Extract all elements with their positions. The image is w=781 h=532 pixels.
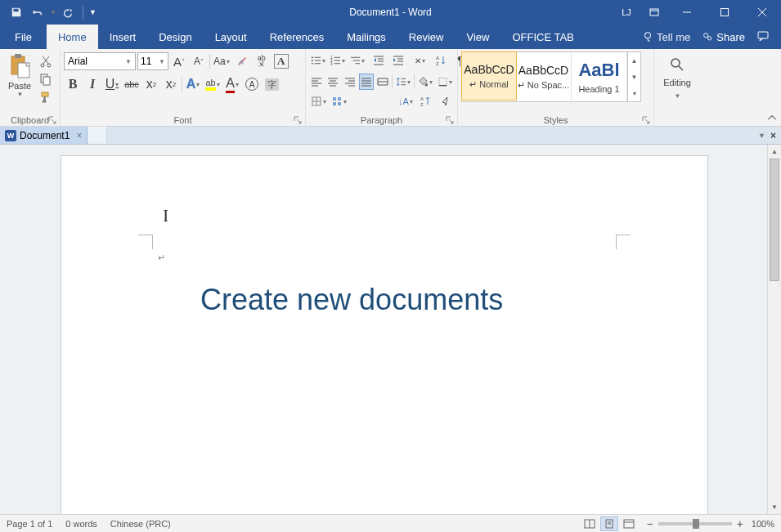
text-direction-button[interactable]: ↓A▾: [397, 92, 415, 110]
tab-references[interactable]: References: [258, 25, 335, 49]
tab-list-dropdown-icon[interactable]: ▼: [758, 132, 765, 140]
zoom-out-button[interactable]: −: [646, 517, 653, 530]
ribbon-display-options[interactable]: [640, 0, 668, 25]
close-all-tabs-icon[interactable]: ×: [770, 130, 776, 141]
scroll-thumb[interactable]: [770, 159, 779, 281]
paragraph-launcher-icon[interactable]: [446, 116, 454, 124]
scroll-down-icon[interactable]: ▼: [768, 500, 781, 514]
underline-button[interactable]: U▾: [103, 75, 121, 93]
document-viewport[interactable]: I ↵ Create new documents: [0, 145, 767, 514]
asian-layout-button[interactable]: ✕▾: [411, 51, 429, 69]
format-painter-button[interactable]: [38, 89, 54, 105]
tab-mailings[interactable]: Mailings: [335, 25, 397, 49]
sort-button[interactable]: AZ: [432, 51, 450, 69]
style-normal[interactable]: AaBbCcD ↵ Normal: [461, 51, 517, 101]
align-left-button[interactable]: [309, 74, 324, 90]
cut-button[interactable]: [38, 53, 54, 69]
share-button[interactable]: Share: [702, 31, 745, 43]
text-effects-button[interactable]: A▾: [184, 75, 202, 93]
justify-button[interactable]: [359, 74, 374, 90]
decrease-indent-button[interactable]: [370, 51, 388, 69]
increase-indent-button[interactable]: [389, 51, 407, 69]
tab-insert[interactable]: Insert: [98, 25, 148, 49]
style-expand-icon[interactable]: ▾: [628, 85, 640, 101]
sort-za-button[interactable]: AZ: [416, 92, 434, 110]
enclose-characters-button[interactable]: A: [243, 75, 261, 93]
bullets-button[interactable]: ▾: [309, 51, 327, 69]
shrink-font-button[interactable]: A˅: [190, 52, 208, 70]
user-initials[interactable]: LJ: [613, 0, 640, 25]
strikethrough-button[interactable]: abc: [123, 75, 141, 93]
read-mode-button[interactable]: [581, 516, 599, 531]
paragraph-settings-button[interactable]: ▾: [330, 92, 348, 110]
maximize-button[interactable]: [706, 0, 743, 25]
multilevel-list-button[interactable]: ▾: [348, 51, 366, 69]
change-case-button[interactable]: Aa▾: [212, 52, 231, 70]
styles-launcher-icon[interactable]: [642, 116, 650, 124]
collapse-ribbon-icon[interactable]: [766, 113, 778, 124]
subscript-button[interactable]: x2: [142, 75, 160, 93]
character-shading-button[interactable]: 字: [263, 75, 281, 93]
bold-button[interactable]: B: [64, 75, 82, 93]
line-spacing-button[interactable]: ▾: [394, 73, 412, 91]
vertical-scrollbar[interactable]: ▲ ▼: [767, 145, 781, 514]
distributed-button[interactable]: [375, 74, 390, 90]
zoom-level[interactable]: 100%: [752, 519, 774, 529]
close-tab-icon[interactable]: ×: [76, 130, 82, 141]
minimize-button[interactable]: [668, 0, 706, 25]
save-button[interactable]: [7, 2, 26, 22]
copy-button[interactable]: [38, 71, 54, 87]
align-center-button[interactable]: [325, 74, 340, 90]
font-name-combo[interactable]: Arial▼: [64, 52, 136, 70]
style-no-spacing[interactable]: AaBbCcD ↵ No Spac...: [516, 52, 572, 101]
character-border-button[interactable]: A: [272, 52, 290, 70]
zoom-slider-track[interactable]: [658, 522, 732, 525]
redo-button[interactable]: [58, 2, 78, 22]
numbering-button[interactable]: 123▾: [329, 51, 347, 69]
grow-font-button[interactable]: A˄: [170, 52, 188, 70]
web-layout-button[interactable]: [620, 516, 638, 531]
tab-layout[interactable]: Layout: [204, 25, 258, 49]
language-indicator[interactable]: Chinese (PRC): [110, 519, 171, 529]
font-size-combo[interactable]: 11▼: [137, 52, 168, 70]
qat-customize-icon[interactable]: ▼: [89, 8, 97, 16]
scroll-up-icon[interactable]: ▲: [768, 145, 781, 159]
style-scroll-up-icon[interactable]: ▲: [628, 52, 640, 69]
print-layout-button[interactable]: [600, 516, 618, 531]
undo-dropdown-icon[interactable]: ▼: [50, 9, 56, 16]
page-indicator[interactable]: Page 1 of 1: [7, 519, 52, 529]
clear-formatting-button[interactable]: A: [233, 52, 251, 70]
borders-button[interactable]: ▾: [436, 73, 454, 91]
paste-button[interactable]: Paste ▼: [3, 51, 36, 109]
style-scroll-down-icon[interactable]: ▼: [628, 69, 640, 85]
tab-home[interactable]: Home: [47, 25, 98, 49]
font-color-button[interactable]: A▾: [223, 75, 241, 93]
snap-to-grid-button[interactable]: ▾: [309, 92, 328, 110]
tab-office-tab[interactable]: OFFICE TAB: [500, 25, 585, 49]
phonetic-guide-button[interactable]: abㄨ: [253, 52, 271, 70]
tab-file[interactable]: File: [0, 25, 47, 49]
select-objects-button[interactable]: [436, 92, 454, 110]
tab-view[interactable]: View: [455, 25, 500, 49]
font-launcher-icon[interactable]: [294, 116, 302, 124]
align-right-button[interactable]: [342, 74, 357, 90]
zoom-slider-thumb[interactable]: [693, 519, 699, 529]
zoom-in-button[interactable]: +: [737, 517, 743, 530]
italic-button[interactable]: I: [83, 75, 101, 93]
clipboard-launcher-icon[interactable]: [48, 116, 56, 124]
highlight-button[interactable]: ab▾: [204, 75, 222, 93]
close-button[interactable]: [743, 0, 781, 25]
word-count[interactable]: 0 words: [65, 519, 97, 529]
style-heading-1[interactable]: AaBl Heading 1: [572, 52, 627, 101]
comments-icon[interactable]: [756, 29, 770, 45]
page[interactable]: I ↵ Create new documents: [61, 156, 707, 514]
superscript-button[interactable]: x2: [162, 75, 180, 93]
undo-button[interactable]: [28, 2, 47, 22]
tell-me-search[interactable]: Tell me: [642, 31, 690, 43]
tab-design[interactable]: Design: [147, 25, 203, 49]
document-tab[interactable]: W Document1 ×: [0, 127, 88, 144]
tab-review[interactable]: Review: [397, 25, 456, 49]
shading-button[interactable]: ▾: [416, 73, 434, 91]
new-tab-button[interactable]: [88, 127, 107, 144]
editing-button[interactable]: Editing ▼: [658, 51, 697, 109]
